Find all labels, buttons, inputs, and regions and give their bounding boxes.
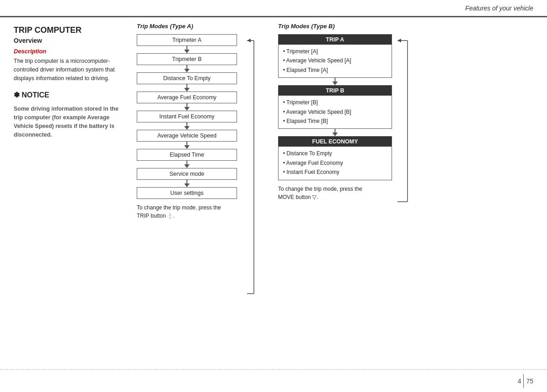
arrow-line <box>186 122 187 126</box>
type-a-title: Trip Modes (Type A) <box>137 23 269 30</box>
arrow-line <box>335 129 335 132</box>
arrow-head <box>332 132 338 136</box>
trip-b-item-3: • Elapsed Time [B] <box>283 117 387 126</box>
flow-box-distance: Distance To Empty <box>137 72 237 84</box>
arrow-line <box>335 78 335 81</box>
arrow-head <box>184 107 190 111</box>
type-b-box-trip-b: TRIP B • Tripmeter [B] • Average Vehicle… <box>278 85 392 129</box>
type-b-box-trip-a: TRIP A • Tripmeter [A] • Average Vehicle… <box>278 34 392 78</box>
trip-b-body: • Tripmeter [B] • Average Vehicle Speed … <box>279 96 392 128</box>
description-label: Description <box>14 48 123 55</box>
trip-b-header: TRIP B <box>279 86 392 96</box>
flow-box-tripmeter-b: Tripmeter B <box>137 53 237 65</box>
svg-marker-7 <box>397 39 401 42</box>
trip-a-item-3: • Elapsed Time [A] <box>283 66 387 75</box>
fuel-item-2: • Average Fuel Economy <box>283 158 387 168</box>
arrow-head <box>184 183 190 187</box>
arrow-head <box>184 145 190 149</box>
arrow-line <box>186 142 187 145</box>
arrow-head <box>184 88 190 92</box>
arrow-line <box>186 65 187 69</box>
flow-box-user-settings: User settings <box>137 187 237 199</box>
fuel-economy-body: • Distance To Empty • Average Fuel Econo… <box>279 147 392 179</box>
right-panel: Trip Modes (Type B) TRIP A • Tripmeter [… <box>274 17 547 369</box>
flow-box-tripmeter-a: Tripmeter A <box>137 34 237 46</box>
fuel-item-3: • Instant Fuel Economy <box>283 168 387 177</box>
page-number: 4 75 <box>518 374 533 388</box>
arrow-line <box>186 161 187 164</box>
arrow-line <box>186 84 187 88</box>
flow-box-elapsed: Elapsed Time <box>137 149 237 161</box>
flow-box-avg-speed: Average Vehicle Speed <box>137 130 237 142</box>
arrow-line <box>186 180 187 183</box>
arrow-head <box>184 50 190 53</box>
page-right: 75 <box>526 377 533 385</box>
arrow-line <box>186 103 187 107</box>
svg-marker-3 <box>247 39 251 42</box>
notice-text: Some driving information stored in the t… <box>14 105 123 139</box>
page-left: 4 <box>518 377 521 385</box>
arrow-head <box>184 126 190 130</box>
type-b-title: Trip Modes (Type B) <box>278 23 538 30</box>
flow-box-instant-fuel: Instant Fuel Economy <box>137 111 237 122</box>
footer: 4 75 <box>0 369 547 392</box>
main-content: TRIP COMPUTER Overview Description The t… <box>0 17 547 369</box>
trip-a-item-2: • Average Vehicle Speed [A] <box>283 56 387 65</box>
fuel-item-1: • Distance To Empty <box>283 149 387 158</box>
trip-b-item-1: • Tripmeter [B] <box>283 98 387 107</box>
fuel-economy-header: FUEL ECONOMY <box>279 137 392 147</box>
page-divider <box>523 374 524 388</box>
notice-heading: ✽ NOTICE <box>14 91 49 99</box>
trip-a-body: • Tripmeter [A] • Average Vehicle Speed … <box>279 45 392 77</box>
trip-a-header: TRIP A <box>279 35 392 45</box>
arrow-head <box>332 81 338 85</box>
type-a-flow: Tripmeter A Tripmeter B Distance To Empt… <box>137 34 237 199</box>
trip-b-item-2: • Average Vehicle Speed [B] <box>283 107 387 117</box>
arrow-head <box>184 164 190 168</box>
type-b-flow: TRIP A • Tripmeter [A] • Average Vehicle… <box>278 34 392 180</box>
overview-heading: Overview <box>14 37 123 44</box>
middle-panel: Trip Modes (Type A) Tripmeter A Tripmete… <box>132 17 274 369</box>
trip-a-item-1: • Tripmeter [A] <box>283 47 387 56</box>
arrow-line <box>186 46 187 50</box>
back-arrow-b <box>388 34 411 207</box>
description-text: The trip computer is a microcomputer-con… <box>14 57 123 82</box>
back-arrow-a <box>233 34 256 298</box>
header-title: Features of your vehicle <box>465 5 533 12</box>
notice-section: ✽ NOTICE <box>14 91 123 102</box>
header-bar: Features of your vehicle <box>0 0 547 17</box>
arrow-head <box>184 69 190 72</box>
flow-box-avg-fuel: Average Fuel Economy <box>137 92 237 103</box>
type-b-box-fuel-economy: FUEL ECONOMY • Distance To Empty • Avera… <box>278 136 392 180</box>
flow-box-service: Service mode <box>137 168 237 180</box>
page-title: TRIP COMPUTER <box>14 25 123 35</box>
left-panel: TRIP COMPUTER Overview Description The t… <box>0 17 132 369</box>
